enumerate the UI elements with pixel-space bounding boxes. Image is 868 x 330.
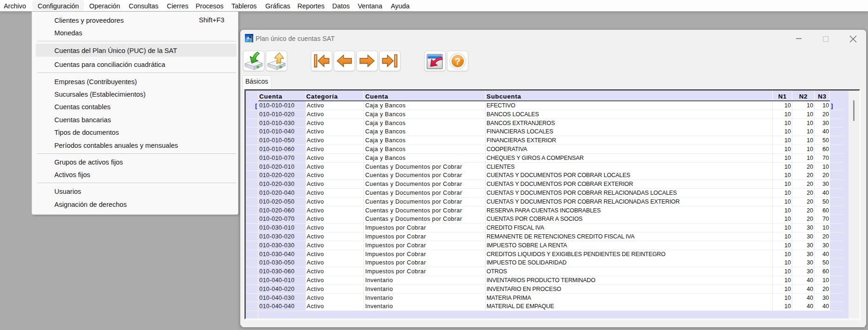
svg-text:2: 2	[250, 38, 252, 43]
svg-text:?: ?	[455, 56, 461, 66]
